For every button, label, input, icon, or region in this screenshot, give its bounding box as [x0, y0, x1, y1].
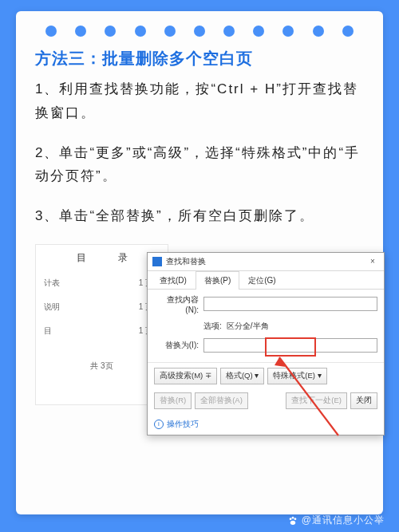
find-input[interactable]	[203, 297, 377, 311]
options-value: 区分全/半角	[227, 321, 269, 332]
svg-point-2	[289, 518, 291, 520]
tip-icon: i	[154, 420, 164, 429]
spiral-holes	[16, 26, 383, 37]
find-replace-dialog: 查找和替换 × 查找(D) 替换(P) 定位(G) 查找内容(N): 选项: 区…	[147, 252, 385, 435]
toc-item-label: 说明	[44, 301, 60, 313]
close-button[interactable]: 关闭	[350, 392, 377, 409]
tab-find[interactable]: 查找(D)	[151, 271, 196, 289]
watermark: @通讯信息小公举	[287, 514, 385, 527]
watermark-text: @通讯信息小公举	[302, 514, 385, 527]
step-2: 2、单击“更多”或“高级”，选择“特殊格式”中的“手动分页符”。	[35, 141, 364, 189]
step-1: 1、利用查找替换功能，按“Ctrl + H”打开查找替换窗口。	[35, 77, 364, 125]
options-label: 选项:	[203, 321, 222, 332]
find-label: 查找内容(N):	[154, 294, 203, 314]
replace-button[interactable]: 替换(R)	[154, 392, 192, 409]
toc-item-label: 计表	[44, 278, 60, 289]
tip-link[interactable]: 操作技巧	[167, 419, 199, 430]
screenshot-area: 目 录 计表1 页 说明1 页 目1 页 共 3页 查找和替换 × 查找(D) …	[35, 244, 364, 434]
step-3: 3、单击“全部替换”，所有空白页删除了。	[35, 204, 364, 228]
find-next-button[interactable]: 查找下一处(E)	[286, 392, 347, 409]
special-format-button[interactable]: 特殊格式(E) ▾	[267, 368, 326, 384]
toc-item-label: 目	[44, 325, 52, 337]
close-icon[interactable]: ×	[365, 257, 381, 266]
replace-input[interactable]	[203, 338, 377, 353]
replace-all-button[interactable]: 全部替换(A)	[195, 392, 248, 409]
svg-point-5	[290, 520, 295, 524]
dialog-title: 查找和替换	[166, 256, 365, 267]
format-button[interactable]: 格式(Q) ▾	[220, 368, 264, 384]
more-search-button[interactable]: 高级搜索(M) ∓	[154, 368, 217, 384]
method-title: 方法三：批量删除多个空白页	[35, 48, 364, 69]
paw-icon	[287, 515, 298, 526]
svg-point-4	[294, 518, 296, 520]
tab-goto[interactable]: 定位(G)	[239, 271, 284, 289]
dialog-icon	[152, 257, 162, 266]
svg-point-3	[291, 516, 294, 518]
tab-replace[interactable]: 替换(P)	[196, 271, 239, 290]
replace-label: 替换为(I):	[154, 340, 203, 351]
